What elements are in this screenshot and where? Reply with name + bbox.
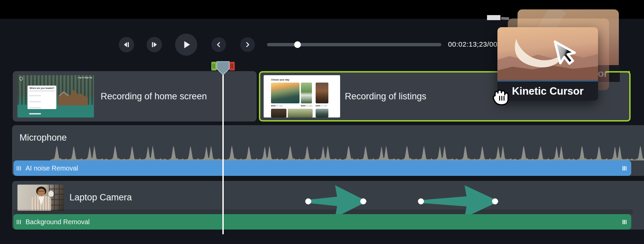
listing-photo (288, 109, 313, 117)
step-forward-button[interactable] (147, 37, 162, 52)
track-label: Laptop Camera (69, 192, 132, 203)
thumb-field (29, 113, 41, 114)
grip-icon (231, 64, 233, 68)
clip-label: Recording of listings (345, 91, 426, 102)
playhead-marker[interactable] (216, 61, 230, 75)
timecode-display: 00:02:13;23/00 (448, 40, 497, 48)
listing-photo (316, 83, 328, 103)
clip-thumbnail-home-screen: Log in Sign Up Where are you headed? (17, 75, 94, 117)
thumb-search-card: Where are you headed? (28, 86, 56, 109)
effect-bar-ai-noise-removal[interactable]: AI noise Removal (13, 160, 631, 176)
asset-card-title: Kinetic Cursor (497, 80, 598, 101)
zoom-slider[interactable] (267, 43, 441, 46)
grip-icon[interactable] (17, 166, 21, 170)
listing-price: $500 per night (271, 105, 283, 107)
grip-icon[interactable] (623, 220, 627, 224)
thumb-heading: Choose your stay (271, 79, 289, 81)
play-button[interactable] (175, 34, 197, 56)
thumb-field (29, 95, 41, 96)
animation-arrow[interactable] (416, 184, 500, 219)
playhead-out-handle[interactable] (229, 62, 235, 70)
grip-icon[interactable] (17, 220, 21, 224)
zoom-slider-thumb[interactable] (294, 41, 301, 48)
previous-clip-button[interactable] (211, 37, 226, 52)
selection-border-highlight (606, 71, 630, 72)
playhead-line[interactable] (222, 74, 224, 234)
thumb-person-glasses (38, 191, 44, 193)
audio-waveform (50, 144, 644, 160)
drag-artifact (487, 15, 500, 20)
step-forward-icon (150, 40, 159, 49)
card-image (497, 27, 598, 80)
chevron-left-icon (215, 41, 223, 49)
grab-hand-icon (490, 87, 511, 107)
effect-bar-background-removal[interactable]: Background Removal (13, 214, 631, 230)
step-backward-icon (122, 40, 131, 49)
clip-recording-home-screen[interactable]: Log in Sign Up Where are you headed? Rec… (13, 71, 257, 121)
effect-label: AI noise Removal (25, 164, 78, 172)
thumb-heading: Where are you headed? (29, 87, 55, 89)
chevron-right-icon (244, 41, 252, 49)
thumb-flowers (48, 191, 54, 197)
play-icon (180, 39, 192, 50)
listing-photo (271, 109, 286, 117)
clip-thumbnail-camera (17, 185, 64, 211)
listing-photo (301, 83, 312, 103)
listing-photo (271, 83, 300, 103)
drag-artifact (501, 17, 509, 20)
grip-icon (213, 64, 215, 68)
listing-price: $300 per night (316, 105, 327, 107)
grip-icon[interactable] (623, 166, 627, 170)
clip-thumbnail-listings: Choose your stay $500 per night $200 per… (264, 75, 340, 117)
effect-label: Background Removal (25, 218, 90, 226)
thumb-shelf (49, 185, 64, 211)
listing-price: $200 per night (301, 105, 313, 107)
animation-arrow[interactable] (304, 184, 371, 219)
video-editor-timeline: 00:02:13;23/00 Log in Sign Up Where are … (0, 0, 644, 244)
asset-card-kinetic-cursor[interactable]: Kinetic Cursor (497, 27, 598, 101)
next-clip-button[interactable] (240, 37, 255, 52)
playhead-in-handle[interactable] (211, 62, 217, 70)
listing-photo (316, 109, 328, 117)
thumb-nav-links: Log in Sign Up (78, 77, 92, 79)
clip-label: Recording of home screen (101, 91, 207, 102)
thumb-field (29, 101, 41, 102)
track-label: Microphone (19, 133, 67, 143)
step-backward-button[interactable] (119, 37, 134, 52)
thumb-field (29, 107, 41, 108)
